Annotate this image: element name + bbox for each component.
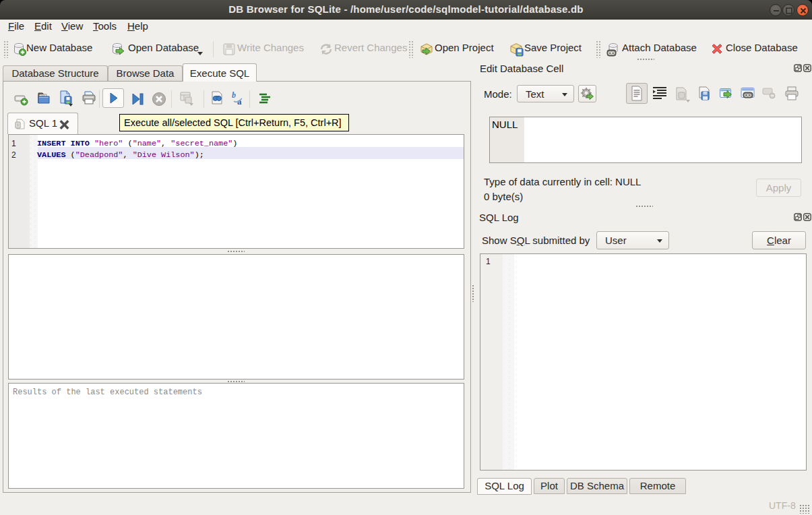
- svg-text:b: b: [232, 90, 236, 100]
